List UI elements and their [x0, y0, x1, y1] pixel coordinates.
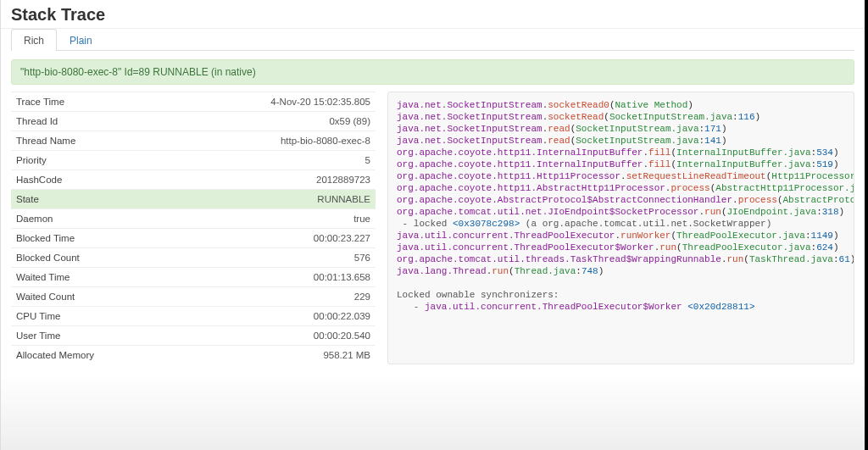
metric-row: StateRUNNABLE [11, 190, 376, 209]
frame-line-number: 624 [816, 242, 833, 253]
metric-row: Thread Id0x59 (89) [11, 112, 376, 131]
stack-frame: java.net.SocketInputStream.read(SocketIn… [397, 135, 845, 147]
tab-rich[interactable]: Rich [11, 29, 57, 51]
stack-frame: org.apache.coyote.http11.InternalInputBu… [397, 147, 845, 158]
frame-file: TaskThread.java [749, 254, 833, 264]
metric-row: HashCode2012889723 [11, 170, 376, 190]
blank-line [397, 277, 845, 289]
frame-method: socketRead [548, 112, 604, 122]
metric-label: Allocated Memory [11, 346, 173, 365]
frame-file: SocketInputStream.java [609, 112, 732, 122]
frame-file: JIoEndpoint.java [727, 207, 817, 217]
frame-method: runWorker [620, 231, 670, 241]
frame-line-number: 61 [839, 254, 850, 264]
metric-row: Waited Count229 [11, 287, 376, 307]
sync-item-class: java.util.concurrent.ThreadPoolExecutor$… [425, 302, 682, 312]
metric-value: 5 [173, 151, 376, 170]
locked-ref: <0x3078c298> [453, 219, 520, 229]
metric-row: Blocked Time00:00:23.227 [11, 229, 376, 248]
stack-frame: java.net.SocketInputStream.read(SocketIn… [397, 123, 845, 135]
metric-value: 00:01:13.658 [173, 268, 376, 287]
locked-prefix: - locked [397, 219, 453, 229]
locked-line: - locked <0x3078c298> (a org.apache.tomc… [397, 218, 845, 230]
metric-label: User Time [11, 326, 173, 346]
frame-package: java.lang.Thread [397, 266, 487, 276]
frame-package: java.net.SocketInputStream [397, 100, 542, 110]
frame-package: org.apache.coyote.http11.InternalInputBu… [397, 159, 643, 169]
frame-file: InternalInputBuffer.java [676, 159, 810, 169]
frame-package: java.util.concurrent.ThreadPoolExecutor$… [397, 242, 654, 253]
stack-frame: org.apache.coyote.AbstractProtocol$Abstr… [397, 194, 845, 206]
frame-line-number: 748 [581, 266, 598, 276]
stack-frame: org.apache.coyote.http11.Http11Processor… [397, 170, 845, 182]
metric-label: HashCode [11, 170, 173, 190]
metric-value: 00:00:22.039 [173, 307, 376, 326]
metric-label: Blocked Time [11, 229, 173, 248]
frame-file: Thread.java [515, 266, 576, 276]
page-title: Stack Trace [11, 5, 854, 25]
tab-plain[interactable]: Plain [57, 29, 105, 51]
metric-label: Thread Id [11, 112, 173, 131]
metrics-table: Trace Time4-Nov-20 15:02:35.805Thread Id… [11, 92, 376, 364]
sync-header: Locked ownable synchronizers: [397, 289, 845, 301]
frame-line-number: 318 [822, 207, 839, 217]
metric-value: 4-Nov-20 15:02:35.805 [173, 92, 376, 112]
stack-frame: org.apache.tomcat.util.threads.TaskThrea… [397, 253, 845, 265]
frame-line-number: 1149 [811, 231, 833, 241]
stack-frame: java.util.concurrent.ThreadPoolExecutor$… [397, 242, 845, 253]
frame-package: org.apache.tomcat.util.net.JIoEndpoint$S… [397, 207, 698, 217]
frame-line-number: 534 [816, 147, 833, 158]
frame-method: run [659, 242, 676, 253]
stack-frame: org.apache.coyote.http11.InternalInputBu… [397, 158, 845, 170]
frame-file: ThreadPoolExecutor.java [682, 242, 811, 253]
stacktrace-panel: java.net.SocketInputStream.socketRead0(N… [387, 92, 854, 364]
metric-row: Allocated Memory958.21 MB [11, 346, 376, 365]
metric-label: Trace Time [11, 92, 173, 112]
frame-package: org.apache.coyote.AbstractProtocol$Abstr… [397, 195, 732, 205]
frame-method: read [548, 124, 570, 134]
frame-method: run [726, 254, 743, 264]
frame-file: SocketInputStream.java [576, 124, 698, 134]
sync-item-prefix: - [397, 302, 425, 312]
frame-method: run [492, 266, 509, 276]
metric-row: Priority5 [11, 151, 376, 170]
content-area: Trace Time4-Nov-20 15:02:35.805Thread Id… [1, 92, 865, 375]
sync-item: - java.util.concurrent.ThreadPoolExecuto… [397, 301, 845, 313]
frame-package: java.util.concurrent.ThreadPoolExecutor [397, 231, 615, 241]
frame-line-number: 116 [738, 112, 755, 122]
locked-suffix: (a org.apache.tomcat.util.net.SocketWrap… [520, 219, 771, 229]
metric-value: 00:00:23.227 [173, 229, 376, 248]
metric-value: 576 [173, 248, 376, 268]
frame-file: InternalInputBuffer.java [676, 147, 810, 158]
metric-value: 0x59 (89) [173, 112, 376, 131]
frame-method: setRequestLineReadTimeout [626, 171, 766, 181]
metric-row: Trace Time4-Nov-20 15:02:35.805 [11, 92, 376, 112]
thread-header-alert: "http-bio-8080-exec-8" Id=89 RUNNABLE (i… [11, 59, 854, 85]
frame-line-number: 141 [704, 136, 721, 146]
header: Stack Trace [1, 0, 865, 29]
frame-package: org.apache.coyote.http11.InternalInputBu… [397, 147, 643, 158]
frame-line-number: 519 [816, 159, 833, 169]
frame-file: AbstractHttp11Processor.java [715, 183, 854, 193]
frame-package: org.apache.coyote.http11.AbstractHttp11P… [397, 183, 665, 193]
metric-row: Thread Namehttp-bio-8080-exec-8 [11, 131, 376, 151]
metric-label: Priority [11, 151, 173, 170]
frame-method: read [548, 136, 570, 146]
frame-package: org.apache.coyote.http11.Http11Processor [397, 171, 620, 181]
frame-file: Native Method [615, 100, 687, 110]
frame-line-number: 171 [704, 124, 721, 134]
frame-file: ThreadPoolExecutor.java [676, 231, 805, 241]
stack-frame: org.apache.tomcat.util.net.JIoEndpoint$S… [397, 206, 845, 218]
frame-file: SocketInputStream.java [576, 136, 698, 146]
metric-value: RUNNABLE [173, 190, 376, 209]
metric-label: Waited Count [11, 287, 173, 307]
tab-bar: Rich Plain [11, 29, 854, 51]
stack-frame: java.net.SocketInputStream.socketRead0(N… [397, 99, 845, 111]
metric-row: Blocked Count576 [11, 248, 376, 268]
frame-package: java.net.SocketInputStream [397, 136, 542, 146]
metric-row: Waited Time00:01:13.658 [11, 268, 376, 287]
metric-label: Waited Time [11, 268, 173, 287]
frame-package: java.net.SocketInputStream [397, 124, 542, 134]
frame-method: run [704, 207, 721, 217]
stack-frame: java.net.SocketInputStream.socketRead(So… [397, 111, 845, 123]
